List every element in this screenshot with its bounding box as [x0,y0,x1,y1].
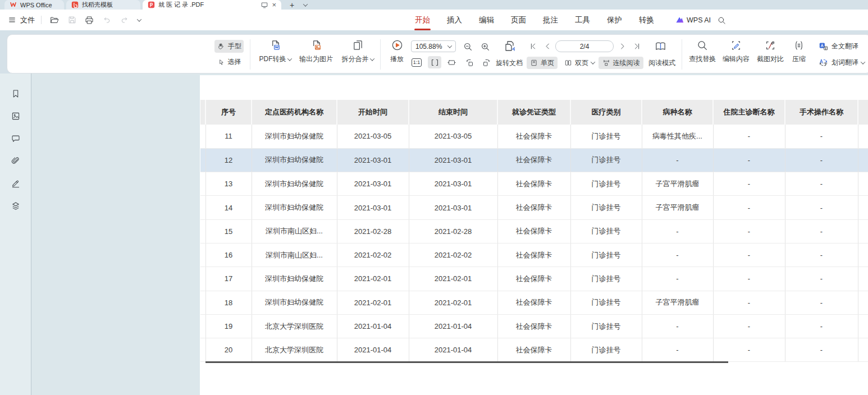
tab-label: 找稻壳模板 [82,1,113,9]
row-right-spacer [858,267,868,291]
table-cell: 19 [205,314,252,338]
next-page-button[interactable] [616,40,628,52]
edit-content-icon [730,39,742,52]
pdf-page[interactable]: 序号定点医药机构名称开始时间结束时间就诊凭证类型医疗类别病种名称住院主诊断名称手… [200,75,868,395]
signature-panel-button[interactable] [10,178,21,189]
thumbnails-panel-button[interactable] [10,111,21,122]
save-button[interactable] [65,13,79,27]
row-left-spacer [200,243,205,267]
monitor-icon[interactable] [261,1,268,9]
menu-item-edit[interactable]: 编辑 [479,15,494,25]
table-header-cell: 定点医药机构名称 [252,100,337,125]
file-menu[interactable]: 文件 [20,15,35,25]
fit-width-button[interactable] [428,56,441,68]
table-header-cell: 序号 [205,100,252,125]
zoom-level-combo[interactable]: 105.88% [411,40,456,52]
hand-icon [217,42,225,50]
previous-page-button[interactable] [542,40,553,52]
row-right-spacer [858,338,868,362]
export-as-image-button[interactable]: 输出为图片 [296,39,336,64]
open-file-button[interactable] [48,13,61,27]
table-cell: 深圳市南山区妇... [252,243,337,267]
new-tab-button[interactable]: + [286,0,298,10]
table-cell: 社会保障卡 [497,291,570,314]
rotate-right-button[interactable] [479,56,493,68]
layers-panel-button[interactable] [10,200,21,212]
menu-item-annotate[interactable]: 批注 [543,15,558,25]
compress-button[interactable]: 压缩 [783,39,815,64]
export-image-label: 输出为图片 [299,54,333,64]
pdf-convert-button[interactable]: PDF转换 [256,39,294,64]
rotate-left-button[interactable] [463,56,476,68]
table-cell: 门诊挂号 [570,314,642,338]
attachments-panel-button[interactable] [10,155,21,167]
menu-item-convert[interactable]: 转换 [639,15,654,25]
rotate-document-label[interactable]: 旋转文档 [492,57,526,68]
table-cell: - [713,219,785,243]
wps-logo-icon [10,1,17,8]
menu-item-insert[interactable]: 插入 [447,15,462,25]
close-tab-icon[interactable]: × [272,1,276,8]
table-cell: - [713,291,785,314]
menu-item-home[interactable]: 开始 [415,15,430,25]
fulltext-translate-button[interactable]: 全文翻译 [818,41,858,52]
bookmarks-panel-button[interactable] [10,88,21,99]
table-cell: 社会保障卡 [497,314,570,338]
word-translate-button[interactable]: 划词翻译 [818,57,865,68]
menu-item-protect[interactable]: 保护 [607,15,622,25]
select-tool-button[interactable]: 选择 [214,56,244,68]
table-cell: 2021-03-01 [409,172,497,196]
table-cell: 社会保障卡 [497,196,570,219]
continuous-reading-button[interactable]: 连续阅读 [599,57,643,69]
docer-logo-icon [71,1,79,8]
first-page-button[interactable] [527,40,538,52]
rotate-document-button[interactable] [502,39,517,53]
print-button[interactable] [83,13,96,27]
menu-item-page[interactable]: 页面 [511,15,526,25]
last-page-button[interactable] [631,40,642,52]
table-cell: 深圳市妇幼保健院 [252,267,337,291]
double-page-button[interactable]: 双页 [562,57,597,69]
more-history-chevron-icon[interactable] [135,13,144,27]
table-cell: 17 [205,267,252,291]
read-mode-button[interactable]: 阅读模式 [646,57,678,69]
zoom-out-button[interactable] [460,40,475,53]
edit-content-label: 编辑内容 [723,54,750,64]
wps-ai-button[interactable]: WPS AI [675,10,711,30]
hand-tool-button[interactable]: 手型 [214,40,244,53]
tab-list-chevron-icon[interactable] [300,0,311,10]
read-mode-icon-button[interactable] [653,39,668,53]
table-cell: 社会保障卡 [497,243,570,267]
redo-button[interactable] [117,13,131,27]
tab-docer-templates[interactable]: 找稻壳模板 [66,0,140,10]
row-left-spacer [200,338,205,362]
comments-panel-button[interactable] [10,133,21,144]
global-search-button[interactable] [715,14,728,26]
table-cell: 门诊挂号 [570,243,642,267]
menu-item-tools[interactable]: 工具 [575,15,590,25]
split-merge-button[interactable]: 拆分合并 [338,39,377,64]
fit-page-button[interactable] [445,56,458,68]
zoom-in-button[interactable] [478,40,492,53]
table-header-cell: 病种名称 [642,100,713,125]
single-page-button[interactable]: 单页 [527,57,558,69]
tab-pdf-document[interactable]: 就 医 记 录 .PDF × [143,0,281,10]
table-body: 11深圳市妇幼保健院2021-03-052021-03-05社会保障卡门诊挂号病… [200,125,868,362]
actual-size-button[interactable]: 1:1 [410,56,423,68]
find-replace-button[interactable]: 查找替换 [684,39,720,64]
chevron-down-icon [447,43,452,48]
wps-pdf-window: WPS Office 找稻壳模板 就 医 记 录 .PDF × + [0,0,868,395]
undo-button[interactable] [100,13,113,27]
tab-wps-office[interactable]: WPS Office [4,0,64,10]
row-left-spacer [200,291,205,314]
export-image-icon [310,39,323,52]
hamburger-icon[interactable] [8,16,16,24]
edit-content-button[interactable]: 编辑内容 [718,39,754,64]
page-number-input[interactable]: 2/4 [555,40,614,52]
table-cell: 社会保障卡 [497,172,570,196]
table-cell: - [785,219,858,243]
table-cell: 2021-03-01 [409,148,497,172]
table-cell: - [713,267,785,291]
row-right-spacer [858,314,868,338]
play-button[interactable]: 播放 [384,39,410,64]
